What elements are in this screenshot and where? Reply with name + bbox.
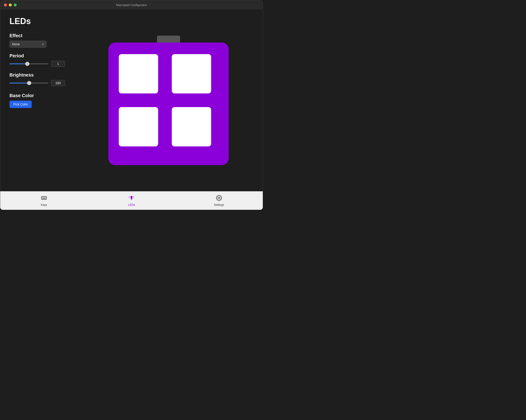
page-title: LEDs <box>10 16 65 26</box>
svg-line-12 <box>129 196 130 197</box>
pick-color-button[interactable]: Pick Color <box>10 101 32 108</box>
traffic-lights <box>4 3 17 7</box>
brightness-section: Brightness <box>10 72 65 86</box>
tab-settings-label: Settings <box>214 203 224 206</box>
base-color-label: Base Color <box>10 93 65 98</box>
svg-rect-9 <box>131 198 132 199</box>
keyboard-icon <box>41 195 47 202</box>
effect-label: Effect <box>10 33 65 38</box>
macropad-key-3[interactable] <box>119 107 158 147</box>
gear-icon <box>216 195 222 202</box>
base-color-section: Base Color Pick Color <box>10 93 65 108</box>
period-slider-row <box>10 61 65 67</box>
brightness-slider[interactable] <box>10 83 48 84</box>
minimize-button[interactable] <box>9 3 12 7</box>
period-slider[interactable] <box>10 63 48 64</box>
brightness-label: Brightness <box>10 72 65 78</box>
svg-rect-10 <box>131 199 132 199</box>
macropad-wrapper <box>108 36 229 165</box>
window-title: Macropad Configurator <box>116 3 147 7</box>
period-label: Period <box>10 53 65 59</box>
led-icon <box>129 195 134 202</box>
tab-bar: Keys LEDs <box>0 191 263 210</box>
app-window: Macropad Configurator LEDs Effect None S… <box>0 0 263 210</box>
macropad-connector <box>157 36 180 43</box>
tab-leds[interactable]: LEDs <box>120 195 143 206</box>
brightness-slider-container <box>10 81 48 85</box>
left-panel: LEDs Effect None Solid Breathing Rainbow… <box>0 10 74 191</box>
effect-section: Effect None Solid Breathing Rainbow Cycl… <box>10 33 65 48</box>
brightness-value-input[interactable] <box>51 80 65 86</box>
tab-keys-label: Keys <box>41 203 47 206</box>
tab-keys[interactable]: Keys <box>32 195 56 206</box>
period-section: Period <box>10 53 65 67</box>
svg-point-8 <box>131 196 133 198</box>
macropad-key-1[interactable] <box>119 54 158 93</box>
macropad-key-2[interactable] <box>172 54 211 93</box>
close-button[interactable] <box>4 3 7 7</box>
right-panel <box>74 10 263 191</box>
macropad-key-4[interactable] <box>172 107 211 147</box>
title-bar: Macropad Configurator <box>0 0 263 10</box>
maximize-button[interactable] <box>14 3 17 7</box>
tab-leds-label: LEDs <box>128 203 135 206</box>
svg-rect-0 <box>41 196 47 199</box>
effect-dropdown[interactable]: None Solid Breathing Rainbow Cycle <box>10 41 47 48</box>
tab-settings[interactable]: Settings <box>207 195 231 206</box>
main-content: LEDs Effect None Solid Breathing Rainbow… <box>0 10 263 191</box>
svg-line-13 <box>133 196 134 197</box>
period-value-input[interactable] <box>51 61 65 67</box>
effect-dropdown-wrapper[interactable]: None Solid Breathing Rainbow Cycle ▼ <box>10 41 47 48</box>
macropad-body <box>108 43 229 165</box>
period-slider-container <box>10 61 48 66</box>
brightness-slider-row <box>10 80 65 86</box>
